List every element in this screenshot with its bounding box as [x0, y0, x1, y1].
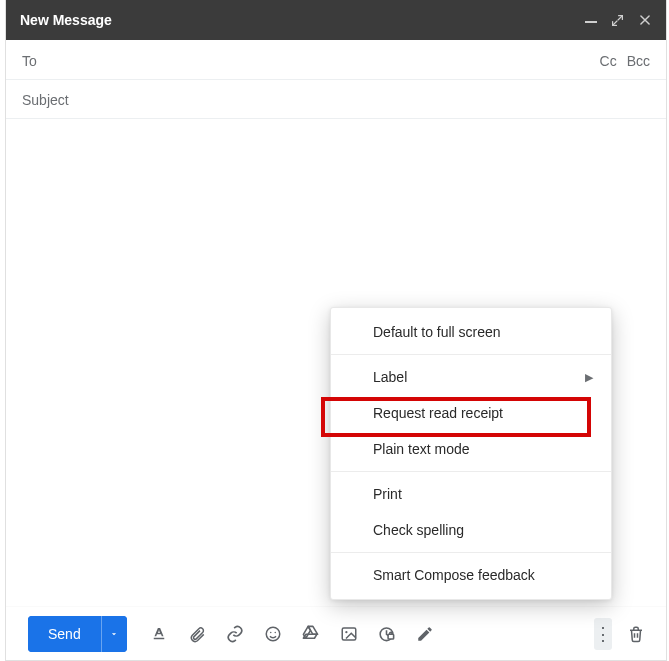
- to-label: To: [22, 53, 37, 69]
- menu-separator: [331, 552, 611, 553]
- bcc-button[interactable]: Bcc: [627, 53, 650, 69]
- formatting-icon[interactable]: [149, 624, 169, 644]
- attach-icon[interactable]: [187, 624, 207, 644]
- insert-drive-icon[interactable]: [301, 624, 321, 644]
- menu-item-label: Default to full screen: [373, 324, 501, 340]
- menu-separator: [331, 471, 611, 472]
- menu-item-label: Check spelling: [373, 522, 464, 538]
- send-button-group: Send: [28, 616, 127, 652]
- more-options-menu: Default to full screen Label ▶ Request r…: [330, 307, 612, 600]
- send-button[interactable]: Send: [28, 616, 101, 652]
- confidential-mode-icon[interactable]: [377, 624, 397, 644]
- svg-point-0: [266, 627, 280, 641]
- svg-point-1: [270, 631, 272, 633]
- window-controls: [585, 12, 652, 28]
- send-options-button[interactable]: [101, 616, 127, 652]
- menu-item-label: Request read receipt: [373, 405, 503, 421]
- expand-icon[interactable]: [611, 14, 624, 27]
- compose-title: New Message: [20, 12, 112, 28]
- svg-rect-6: [388, 634, 394, 639]
- close-icon[interactable]: [638, 13, 652, 27]
- menu-request-read-receipt[interactable]: Request read receipt: [331, 395, 611, 431]
- cc-bcc-group: Cc Bcc: [600, 53, 650, 69]
- menu-check-spelling[interactable]: Check spelling: [331, 512, 611, 548]
- menu-print[interactable]: Print: [331, 476, 611, 512]
- insert-signature-icon[interactable]: [415, 624, 435, 644]
- toolbar-right: ⋮: [594, 618, 646, 650]
- svg-point-4: [345, 631, 347, 633]
- more-options-button[interactable]: ⋮: [594, 618, 612, 650]
- insert-emoji-icon[interactable]: [263, 624, 283, 644]
- minimize-icon[interactable]: [585, 12, 597, 28]
- menu-item-label: Plain text mode: [373, 441, 470, 457]
- subject-placeholder: Subject: [22, 92, 69, 108]
- menu-item-label: Print: [373, 486, 402, 502]
- svg-point-2: [274, 631, 276, 633]
- menu-plain-text-mode[interactable]: Plain text mode: [331, 431, 611, 467]
- discard-draft-icon[interactable]: [626, 624, 646, 644]
- menu-item-label: Label: [373, 369, 407, 385]
- insert-photo-icon[interactable]: [339, 624, 359, 644]
- chevron-right-icon: ▶: [585, 371, 593, 384]
- to-field-row[interactable]: To Cc Bcc: [6, 40, 666, 80]
- subject-field-row[interactable]: Subject: [6, 80, 666, 119]
- compose-toolbar: Send: [6, 606, 666, 660]
- menu-default-full-screen[interactable]: Default to full screen: [331, 314, 611, 350]
- menu-smart-compose-feedback[interactable]: Smart Compose feedback: [331, 557, 611, 593]
- toolbar-icons: [149, 624, 435, 644]
- svg-rect-3: [342, 628, 356, 640]
- menu-label[interactable]: Label ▶: [331, 359, 611, 395]
- menu-item-label: Smart Compose feedback: [373, 567, 535, 583]
- cc-button[interactable]: Cc: [600, 53, 617, 69]
- menu-separator: [331, 354, 611, 355]
- insert-link-icon[interactable]: [225, 624, 245, 644]
- compose-titlebar: New Message: [6, 0, 666, 40]
